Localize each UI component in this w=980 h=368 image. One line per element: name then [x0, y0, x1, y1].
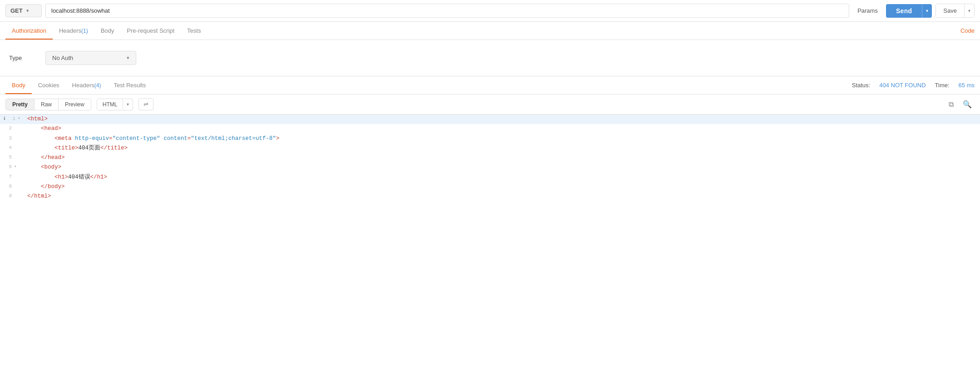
line-info: 6▾ [0, 163, 24, 171]
code-content: <head> [24, 124, 980, 134]
code-area: ℹ1▾<html>2 <head>3 <meta http-equiv="con… [0, 114, 980, 201]
code-content: </head> [24, 153, 980, 163]
code-line: 4 <title>404页面</title> [0, 144, 980, 153]
preview-button[interactable]: Preview [59, 99, 91, 110]
line-info: 8 [0, 182, 24, 191]
raw-button[interactable]: Raw [35, 99, 59, 110]
line-number: 6 [4, 163, 12, 171]
code-line: 7 <h1>404错误</h1> [0, 173, 980, 182]
line-number: 8 [4, 182, 12, 191]
code-content: <html> [24, 114, 980, 124]
resp-tab-cookies[interactable]: Cookies [32, 76, 66, 94]
toolbar-right: ⧉ 🔍 [946, 99, 975, 109]
code-content: <meta http-equiv="content-type" content=… [24, 134, 980, 144]
code-line: 6▾ <body> [0, 163, 980, 172]
line-number: 2 [4, 124, 12, 133]
code-content: <body> [24, 163, 980, 172]
fold-icon[interactable]: ▾ [14, 164, 16, 170]
wrap-icon: ⇌ [144, 101, 148, 108]
tab-tests[interactable]: Tests [181, 22, 207, 40]
params-button[interactable]: Params [853, 5, 882, 17]
method-selector[interactable]: GET ▾ [5, 4, 42, 17]
format-view-group: Pretty Raw Preview [5, 99, 91, 110]
line-info: 2 [0, 124, 24, 133]
line-info: 3 [0, 134, 24, 143]
code-line: 5 </head> [0, 153, 980, 163]
response-tabs-bar: Body Cookies Headers(4) Test Results Sta… [0, 76, 980, 94]
code-content: <h1>404错误</h1> [24, 173, 980, 182]
status-value: 404 NOT FOUND [879, 82, 926, 89]
lang-button[interactable]: HTML [97, 99, 123, 110]
line-number: 5 [4, 153, 12, 162]
send-button[interactable]: Send [886, 4, 922, 18]
send-dropdown-button[interactable]: ▾ [922, 4, 932, 18]
copy-button[interactable]: ⧉ [946, 99, 956, 109]
copy-icon: ⧉ [949, 100, 954, 108]
resp-tab-test-results[interactable]: Test Results [107, 76, 152, 94]
line-info: 5 [0, 153, 24, 162]
code-line: 3 <meta http-equiv="content-type" conten… [0, 134, 980, 144]
code-content: </html> [24, 192, 980, 201]
search-button[interactable]: 🔍 [960, 99, 975, 109]
top-bar: GET ▾ Params Send ▾ Save ▾ [0, 0, 980, 22]
auth-type-value: No Auth [52, 55, 73, 61]
type-label: Type [9, 55, 36, 61]
resp-tab-body[interactable]: Body [5, 76, 32, 94]
code-line: 9</html> [0, 192, 980, 201]
line-info: 4 [0, 144, 24, 152]
code-line: 2 <head> [0, 124, 980, 134]
lang-chevron-button[interactable]: ▾ [123, 99, 133, 109]
auth-section: Type No Auth ▾ [0, 40, 980, 76]
pretty-button[interactable]: Pretty [6, 99, 35, 110]
search-icon: 🔍 [963, 100, 972, 108]
format-toolbar: Pretty Raw Preview HTML ▾ ⇌ ⧉ 🔍 [0, 94, 980, 114]
code-line: 8 </body> [0, 182, 980, 192]
save-group: Save ▾ [935, 4, 975, 18]
time-label: Time: [935, 82, 950, 89]
line-info: ℹ1▾ [0, 114, 24, 123]
tab-authorization[interactable]: Authorization [5, 22, 53, 40]
code-line: ℹ1▾<html> [0, 114, 980, 124]
auth-type-chevron-icon: ▾ [127, 55, 129, 61]
status-label: Status: [852, 82, 870, 89]
time-value: 65 ms [959, 82, 975, 89]
save-dropdown-button[interactable]: ▾ [964, 4, 974, 17]
request-tabs-bar: Authorization Headers(1) Body Pre-reques… [0, 22, 980, 40]
url-input[interactable] [45, 4, 849, 18]
info-icon: ℹ [4, 115, 5, 123]
line-number: 7 [4, 173, 12, 181]
tab-prerequest[interactable]: Pre-request Script [120, 22, 181, 40]
line-number: 4 [4, 144, 12, 152]
line-info: 7 [0, 173, 24, 181]
lang-select-group: HTML ▾ [97, 99, 134, 110]
line-number: 1 [7, 114, 15, 123]
fold-icon[interactable]: ▾ [18, 115, 20, 122]
code-content: </body> [24, 182, 980, 192]
wrap-button[interactable]: ⇌ [139, 98, 153, 110]
auth-type-select[interactable]: No Auth ▾ [45, 51, 136, 65]
line-number: 3 [4, 134, 12, 143]
send-group: Send ▾ [886, 4, 932, 18]
tab-headers[interactable]: Headers(1) [53, 22, 94, 40]
code-content: <title>404页面</title> [24, 144, 980, 153]
tab-body[interactable]: Body [94, 22, 121, 40]
code-link[interactable]: Code [960, 22, 975, 40]
line-number: 9 [4, 192, 12, 200]
line-info: 9 [0, 192, 24, 200]
resp-tab-headers[interactable]: Headers(4) [66, 76, 108, 94]
method-label: GET [10, 7, 23, 14]
method-chevron-icon: ▾ [26, 8, 29, 13]
save-button[interactable]: Save [936, 4, 964, 17]
status-info: Status: 404 NOT FOUND Time: 65 ms [852, 82, 975, 89]
